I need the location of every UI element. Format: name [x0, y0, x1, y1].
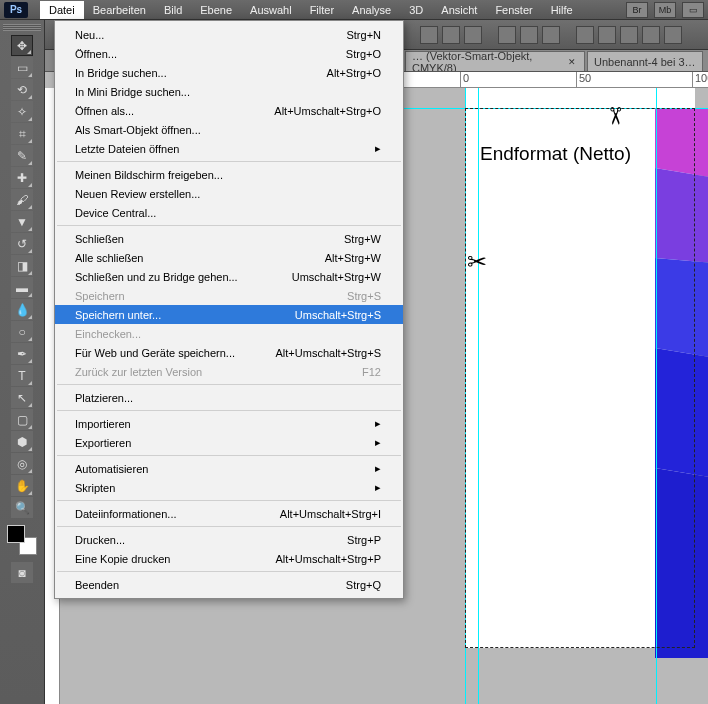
- menu-shortcut: Umschalt+Strg+W: [292, 271, 381, 283]
- menu-item[interactable]: Für Web und Geräte speichern...Alt+Umsch…: [55, 343, 403, 362]
- menu-item[interactable]: Als Smart-Objekt öffnen...: [55, 120, 403, 139]
- pen-tool[interactable]: ✒: [11, 343, 33, 364]
- align-center-h-icon[interactable]: [442, 26, 460, 44]
- align-left-icon[interactable]: [420, 26, 438, 44]
- menu-item[interactable]: Automatisieren: [55, 459, 403, 478]
- menu-shortcut: Umschalt+Strg+S: [295, 309, 381, 321]
- auto-align-icon[interactable]: [642, 26, 660, 44]
- menu-item[interactable]: Öffnen als...Alt+Umschalt+Strg+O: [55, 101, 403, 120]
- menu-item[interactable]: Importieren: [55, 414, 403, 433]
- align-right-icon[interactable]: [464, 26, 482, 44]
- menu-item[interactable]: Platzieren...: [55, 388, 403, 407]
- menu-item[interactable]: Letzte Dateien öffnen: [55, 139, 403, 158]
- menu-item[interactable]: SchließenStrg+W: [55, 229, 403, 248]
- distribute-v-icon[interactable]: [598, 26, 616, 44]
- menu-item-label: Neu...: [75, 29, 104, 41]
- menu-item[interactable]: Exportieren: [55, 433, 403, 452]
- brush-tool[interactable]: 🖌: [11, 189, 33, 210]
- menu-item-label: In Bridge suchen...: [75, 67, 167, 79]
- scissor-icon: ✂: [467, 248, 487, 276]
- menu-item-label: Einchecken...: [75, 328, 141, 340]
- foreground-color-swatch[interactable]: [7, 525, 25, 543]
- marquee-tool[interactable]: ▭: [11, 57, 33, 78]
- menu-fenster[interactable]: Fenster: [486, 1, 541, 19]
- path-select-tool[interactable]: ↖: [11, 387, 33, 408]
- menu-separator: [57, 384, 401, 385]
- menu-shortcut: Strg+S: [347, 290, 381, 302]
- align-top-icon[interactable]: [498, 26, 516, 44]
- hand-tool[interactable]: ✋: [11, 475, 33, 496]
- extra-align-icon[interactable]: [664, 26, 682, 44]
- zoom-tool[interactable]: 🔍: [11, 497, 33, 518]
- distribute-h-icon[interactable]: [576, 26, 594, 44]
- menu-item[interactable]: Dateiinformationen...Alt+Umschalt+Strg+I: [55, 504, 403, 523]
- menu-analyse[interactable]: Analyse: [343, 1, 400, 19]
- menu-auswahl[interactable]: Auswahl: [241, 1, 301, 19]
- mode-br-button[interactable]: Br: [626, 2, 648, 18]
- align-bottom-icon[interactable]: [542, 26, 560, 44]
- heal-tool[interactable]: ✚: [11, 167, 33, 188]
- menu-item[interactable]: Schließen und zu Bridge gehen...Umschalt…: [55, 267, 403, 286]
- menu-item-label: Meinen Bildschirm freigeben...: [75, 169, 223, 181]
- mode-screen-button[interactable]: ▭: [682, 2, 704, 18]
- menu-item[interactable]: Alle schließenAlt+Strg+W: [55, 248, 403, 267]
- menubar-right: Br Mb ▭: [626, 2, 708, 18]
- menu-ebene[interactable]: Ebene: [191, 1, 241, 19]
- quickmask-button[interactable]: ◙: [11, 562, 33, 583]
- move-tool[interactable]: ✥: [11, 35, 33, 56]
- menu-item[interactable]: Neu...Strg+N: [55, 25, 403, 44]
- menu-item-label: Als Smart-Objekt öffnen...: [75, 124, 201, 136]
- document-tab[interactable]: Unbenannt-4 bei 3…: [587, 51, 703, 71]
- eyedropper-tool[interactable]: ✎: [11, 145, 33, 166]
- scissor-icon: ✂: [601, 106, 629, 126]
- dodge-tool[interactable]: ○: [11, 321, 33, 342]
- crop-tool[interactable]: ⌗: [11, 123, 33, 144]
- menu-item: Zurück zur letzten VersionF12: [55, 362, 403, 381]
- menu-datei[interactable]: Datei: [40, 1, 84, 19]
- menu-item[interactable]: Speichern unter...Umschalt+Strg+S: [55, 305, 403, 324]
- menu-item[interactable]: Öffnen...Strg+O: [55, 44, 403, 63]
- 3d-tool[interactable]: ⬢: [11, 431, 33, 452]
- lasso-tool[interactable]: ⟲: [11, 79, 33, 100]
- color-swatches[interactable]: [7, 525, 37, 555]
- eraser-tool[interactable]: ◨: [11, 255, 33, 276]
- menu-item-label: Exportieren: [75, 437, 131, 449]
- distribute-spacing-icon[interactable]: [620, 26, 638, 44]
- type-tool[interactable]: T: [11, 365, 33, 386]
- menu-ansicht[interactable]: Ansicht: [432, 1, 486, 19]
- menu-item: SpeichernStrg+S: [55, 286, 403, 305]
- menu-separator: [57, 455, 401, 456]
- gradient-tool[interactable]: ▬: [11, 277, 33, 298]
- menu-filter[interactable]: Filter: [301, 1, 343, 19]
- shape-tool[interactable]: ▢: [11, 409, 33, 430]
- wand-tool[interactable]: ✧: [11, 101, 33, 122]
- menu-item[interactable]: BeendenStrg+Q: [55, 575, 403, 594]
- mode-mb-button[interactable]: Mb: [654, 2, 676, 18]
- menu-bild[interactable]: Bild: [155, 1, 191, 19]
- stamp-tool[interactable]: ▼: [11, 211, 33, 232]
- datei-dropdown: Neu...Strg+NÖffnen...Strg+OIn Bridge suc…: [54, 20, 404, 599]
- menu-3d[interactable]: 3D: [400, 1, 432, 19]
- menu-bearbeiten[interactable]: Bearbeiten: [84, 1, 155, 19]
- menu-item-label: Neuen Review erstellen...: [75, 188, 200, 200]
- menu-item[interactable]: In Mini Bridge suchen...: [55, 82, 403, 101]
- menu-item[interactable]: Device Central...: [55, 203, 403, 222]
- menu-item[interactable]: In Bridge suchen...Alt+Strg+O: [55, 63, 403, 82]
- menu-item[interactable]: Drucken...Strg+P: [55, 530, 403, 549]
- menu-item[interactable]: Eine Kopie druckenAlt+Umschalt+Strg+P: [55, 549, 403, 568]
- history-brush-tool[interactable]: ↺: [11, 233, 33, 254]
- blur-tool[interactable]: 💧: [11, 299, 33, 320]
- close-icon[interactable]: ✕: [566, 57, 578, 67]
- align-center-v-icon[interactable]: [520, 26, 538, 44]
- menu-item[interactable]: Neuen Review erstellen...: [55, 184, 403, 203]
- menu-item[interactable]: Skripten: [55, 478, 403, 497]
- menu-item-label: Für Web und Geräte speichern...: [75, 347, 235, 359]
- format-label: Endformat (Netto): [480, 143, 631, 165]
- menu-item-label: Skripten: [75, 482, 115, 494]
- menu-shortcut: Alt+Strg+O: [327, 67, 381, 79]
- menu-item[interactable]: Meinen Bildschirm freigeben...: [55, 165, 403, 184]
- menu-hilfe[interactable]: Hilfe: [542, 1, 582, 19]
- 3d-camera-tool[interactable]: ◎: [11, 453, 33, 474]
- document-tab[interactable]: … (Vektor-Smart-Objekt, CMYK/8) ✕: [405, 51, 585, 71]
- panel-handle[interactable]: [3, 24, 41, 31]
